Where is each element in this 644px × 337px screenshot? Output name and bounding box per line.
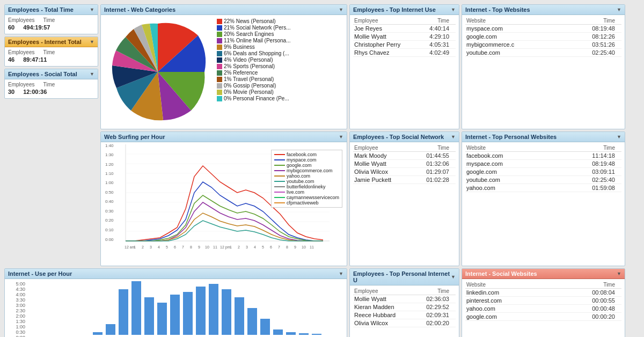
table-cell-time: 02:36:03 <box>415 295 450 303</box>
internet-use-title: Internet - Use per Hour <box>8 270 72 277</box>
employees-internet-header[interactable]: Employees - Internet Total ▼ <box>5 37 98 47</box>
legend-label: 4% Video (Personal) <box>224 57 273 63</box>
top-internet-col-employee: Employee <box>353 17 420 25</box>
legend-color <box>217 25 222 31</box>
employees-internet-dropdown[interactable]: ▼ <box>90 39 94 45</box>
svg-text:1:10: 1:10 <box>105 171 114 176</box>
table-cell-time: 02:25:40 <box>566 49 616 57</box>
svg-rect-55 <box>144 297 154 335</box>
legend-color <box>217 70 222 76</box>
svg-text:9: 9 <box>294 245 296 249</box>
legend-color <box>217 19 222 24</box>
chart-legend-item: caymannewsservicecom <box>274 195 339 200</box>
svg-rect-67 <box>299 333 309 335</box>
legend-line-color <box>274 192 285 193</box>
top-social-network-dropdown[interactable]: ▼ <box>451 134 456 140</box>
web-categories-header[interactable]: Internet - Web Categories ▼ <box>101 5 347 15</box>
table-cell-time: 00:00:20 <box>555 313 616 321</box>
svg-text:8: 8 <box>286 245 288 249</box>
svg-rect-53 <box>119 289 128 335</box>
top-websites-header[interactable]: Internet - Top Websites ▼ <box>462 5 625 15</box>
chart-legend-item: youtube.com <box>274 179 339 184</box>
social-websites-panel: Internet - Social Websites ▼ Website Tim… <box>462 268 625 337</box>
table-cell-name: myspace.com <box>465 160 557 168</box>
legend-label: 0% Movie (Personal) <box>224 89 274 95</box>
social-websites-header[interactable]: Internet - Social Websites ▼ <box>462 269 625 279</box>
table-cell-time: 03:51:26 <box>566 41 616 49</box>
svg-text:9: 9 <box>198 245 200 249</box>
top-personal-internet-col-employee: Employee <box>353 288 415 295</box>
employees-total-dropdown[interactable]: ▼ <box>90 7 94 12</box>
legend-color <box>217 51 222 56</box>
internet-use-panel: Internet - Use per Hour ▼ 5:00 4:30 4:00… <box>4 268 347 337</box>
table-cell-time: 4:02:49 <box>420 49 450 57</box>
table-row: Rhys Chavez4:02:49 <box>353 49 456 57</box>
legend-label: 0% Gossip (Personal) <box>224 83 276 89</box>
legend-color <box>217 77 222 82</box>
pie-chart <box>104 18 211 126</box>
web-surfing-header[interactable]: Web Surfing per Hour ▼ <box>101 132 347 142</box>
legend-color <box>217 64 222 69</box>
legend-label: 9% Business <box>224 44 255 50</box>
internet-use-header[interactable]: Internet - Use per Hour ▼ <box>5 269 347 279</box>
internet-use-dropdown[interactable]: ▼ <box>339 271 343 276</box>
top-personal-internet-body: Employee Time Mollie Wyatt02:36:03Kieran… <box>350 285 459 329</box>
employees-internet-emp-label: Employees <box>8 49 34 55</box>
svg-text:6: 6 <box>270 245 272 249</box>
legend-line-label: google.com <box>287 163 312 168</box>
top-internet-dropdown[interactable]: ▼ <box>451 7 456 12</box>
internet-use-chart-body: 5:00 4:30 4:00 3:30 3:00 2:30 2:00 1:30 … <box>5 279 347 337</box>
table-cell-name: Mark Moody <box>353 152 412 160</box>
svg-text:2: 2 <box>142 245 144 249</box>
svg-text:5: 5 <box>166 245 168 249</box>
table-row: google.com00:00:20 <box>465 313 621 321</box>
top-social-col-time: Time <box>412 144 450 152</box>
employees-internet-title: Employees - Internet Total <box>8 39 82 45</box>
table-cell-time: 02:09:31 <box>415 311 450 319</box>
legend-line-color <box>274 170 285 171</box>
table-cell-time: 02:25:40 <box>557 176 616 184</box>
top-personal-websites-dropdown[interactable]: ▼ <box>617 134 621 140</box>
legend-color <box>217 90 222 95</box>
legend-color <box>217 38 222 43</box>
svg-rect-51 <box>93 332 103 335</box>
legend-line-color <box>274 181 285 182</box>
social-websites-dropdown[interactable]: ▼ <box>617 271 621 276</box>
legend-label: 2% Sports (Personal) <box>224 63 275 69</box>
employees-total-header[interactable]: Employees - Total Time ▼ <box>5 5 98 15</box>
web-surfing-dropdown[interactable]: ▼ <box>339 134 343 140</box>
table-cell-time: 4:40:14 <box>420 25 450 33</box>
table-row: Olivia Wilcox01:29:07 <box>353 168 456 176</box>
top-social-network-header[interactable]: Employees - Top Social Network ▼ <box>350 132 459 142</box>
top-websites-dropdown[interactable]: ▼ <box>617 7 621 12</box>
svg-rect-66 <box>286 332 296 335</box>
web-surfing-panel: Web Surfing per Hour ▼ 1:40 1:30 1:20 1:… <box>100 131 347 266</box>
top-internet-body: Employee Time Joe Reyes4:40:14Mollie Wya… <box>350 15 459 59</box>
line-chart-legend: facebook.commyspace.comgoogle.commybigco… <box>271 150 342 208</box>
svg-rect-59 <box>196 287 206 335</box>
svg-text:1: 1 <box>134 245 136 249</box>
table-cell-name: Jamie Puckett <box>353 176 412 184</box>
top-personal-internet-dropdown[interactable]: ▼ <box>451 274 456 280</box>
employees-internet-time-label: Time <box>43 49 55 55</box>
top-personal-internet-header[interactable]: Employees - Top Personal Internet U ▼ <box>350 269 459 285</box>
employees-social-header[interactable]: Employees - Social Total ▼ <box>5 69 98 79</box>
svg-rect-60 <box>209 284 218 335</box>
top-internet-header[interactable]: Employees - Top Internet Use ▼ <box>350 5 459 15</box>
table-cell-name: Mollie Wyatt <box>353 160 412 168</box>
employees-social-dropdown[interactable]: ▼ <box>90 71 94 77</box>
legend-line-color <box>274 197 285 198</box>
table-row: youtube.com02:25:40 <box>465 176 621 184</box>
table-cell-name: youtube.com <box>465 49 566 57</box>
table-row: pinterest.com00:00:55 <box>465 297 621 305</box>
table-row: Mollie Wyatt02:36:03 <box>353 295 456 303</box>
top-personal-websites-header[interactable]: Internet - Top Personal Websites ▼ <box>462 132 625 142</box>
table-row: yahoo.com01:59:08 <box>465 184 621 192</box>
table-row: Reece Hubbard02:09:31 <box>353 311 456 319</box>
table-cell-name: linkedin.com <box>465 289 555 297</box>
table-cell-time: 08:12:26 <box>566 33 616 41</box>
web-categories-panel: Internet - Web Categories ▼ <box>100 4 347 129</box>
top-personal-col-website: Website <box>465 144 557 152</box>
web-categories-dropdown[interactable]: ▼ <box>339 7 343 12</box>
legend-label: 20% Search Engines <box>224 31 274 37</box>
